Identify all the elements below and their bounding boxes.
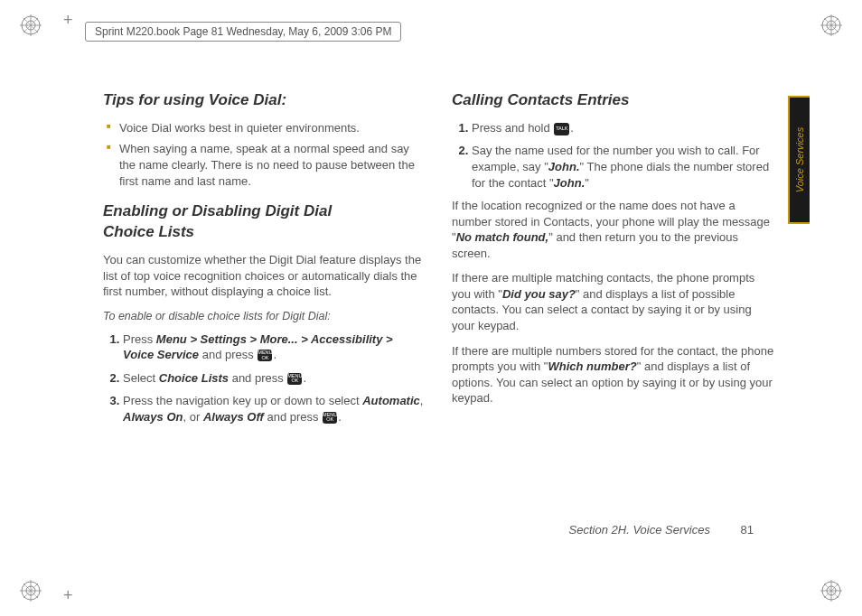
heading-digit-dial: Enabling or Disabling Digit Dial Choice … (103, 201, 426, 243)
footer-section: Section 2H. Voice Services (569, 523, 710, 537)
registration-mark-icon (820, 580, 842, 602)
menu-ok-icon: MENUOK (287, 373, 302, 385)
menu-ok-icon: MENUOK (323, 412, 337, 424)
footer-page-number: 81 (741, 523, 754, 537)
step-item: Press and hold TALK. (472, 120, 775, 136)
list-item: Voice Dial works best in quieter environ… (119, 120, 426, 136)
step-item: Say the name used for the number you wis… (472, 143, 775, 191)
steps-list: Press Menu > Settings > More... > Access… (103, 331, 426, 425)
body-text: If there are multiple matching contacts,… (452, 270, 775, 333)
body-text: If the location recognized or the name d… (452, 198, 775, 261)
heading-calling: Calling Contacts Entries (452, 90, 775, 111)
body-text: If there are multiple numbers stored for… (452, 343, 775, 406)
page-body: Tips for using Voice Dial: Voice Dial wo… (103, 90, 775, 544)
steps-list: Press and hold TALK. Say the name used f… (452, 120, 775, 191)
registration-mark-icon (20, 580, 42, 602)
menu-ok-icon: MENUOK (258, 350, 272, 361)
step-item: Press the navigation key up or down to s… (123, 393, 426, 425)
list-item: When saying a name, speak at a normal sp… (119, 141, 426, 189)
crop-mark-icon: + (63, 11, 73, 30)
step-item: Select Choice Lists and press MENUOK. (123, 370, 426, 387)
instruction-label: To enable or disable choice lists for Di… (103, 309, 426, 324)
right-column: Calling Contacts Entries Press and hold … (452, 90, 775, 544)
crop-mark-icon: + (63, 586, 73, 605)
left-column: Tips for using Voice Dial: Voice Dial wo… (103, 90, 426, 544)
registration-mark-icon (20, 14, 42, 36)
page-footer: Section 2H. Voice Services 81 (569, 523, 754, 537)
talk-icon: TALK (554, 123, 569, 135)
body-text: You can customize whether the Digit Dial… (103, 252, 426, 300)
heading-tips: Tips for using Voice Dial: (103, 90, 426, 111)
section-tab: Voice Services (788, 96, 810, 224)
registration-mark-icon (820, 14, 842, 36)
section-tab-label: Voice Services (794, 127, 805, 192)
document-header: Sprint M220.book Page 81 Wednesday, May … (85, 22, 401, 42)
step-item: Press Menu > Settings > More... > Access… (123, 331, 426, 363)
tips-list: Voice Dial works best in quieter environ… (103, 120, 426, 189)
